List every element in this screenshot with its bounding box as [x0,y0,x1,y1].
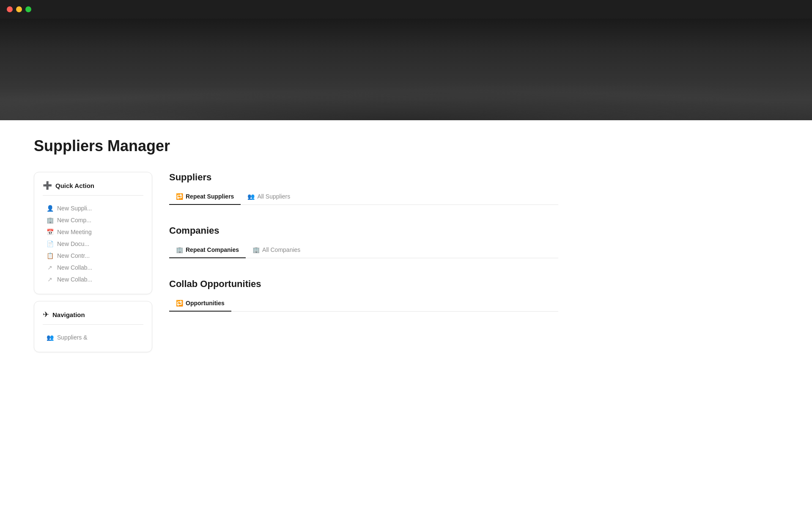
sidebar-item-label: Suppliers & [57,334,88,341]
sidebar-item-label: New Comp... [57,217,91,224]
tab-label: Opportunities [186,300,225,306]
sidebar-item-label: New Suppli... [57,205,92,212]
navigation-icon: ✈ [43,310,49,319]
tab-label: Repeat Suppliers [186,193,234,200]
building-icon-3: 🏢 [252,246,260,253]
suppliers-section: Suppliers 🔁 Repeat Suppliers 👥 All Suppl… [169,172,558,205]
minimize-button[interactable] [16,6,22,12]
tab-label: Repeat Companies [186,246,239,253]
navigation-header: ✈ Navigation [43,310,143,325]
navigation-card: ✈ Navigation 👥 Suppliers & [34,301,152,352]
sidebar-item-label: New Meeting [57,229,92,235]
sidebar: ➕ Quick Action 👤 New Suppli... 🏢 New Com… [34,172,152,352]
sidebar-item-new-document[interactable]: 📄 New Docu... [43,238,143,250]
quick-action-header: ➕ Quick Action [43,181,143,196]
collab-heading: Collab Opportunities [169,279,558,290]
contract-icon: 📋 [46,252,54,259]
share-icon: ↗ [46,264,54,271]
navigation-title: Navigation [52,311,85,318]
quick-action-card: ➕ Quick Action 👤 New Suppli... 🏢 New Com… [34,172,152,294]
content-grid: ➕ Quick Action 👤 New Suppli... 🏢 New Com… [34,172,558,352]
collab-section: Collab Opportunities 🔁 Opportunities [169,279,558,312]
main-section: Suppliers 🔁 Repeat Suppliers 👥 All Suppl… [169,172,558,312]
navigation-items: 👥 Suppliers & [43,331,143,343]
companies-section: Companies 🏢 Repeat Companies 🏢 All Compa… [169,225,558,258]
hero-banner [0,19,812,120]
tab-opportunities[interactable]: 🔁 Opportunities [169,296,231,312]
tab-all-companies[interactable]: 🏢 All Companies [246,243,307,258]
person-icon: 👤 [46,205,54,212]
sidebar-item-new-company[interactable]: 🏢 New Comp... [43,214,143,226]
maximize-button[interactable] [25,6,31,12]
share-icon-2: ↗ [46,276,54,283]
companies-heading: Companies [169,225,558,236]
group-icon-2: 👥 [247,193,255,200]
companies-tabs: 🏢 Repeat Companies 🏢 All Companies [169,243,558,258]
collab-tabs: 🔁 Opportunities [169,296,558,312]
sidebar-item-new-meeting[interactable]: 📅 New Meeting [43,226,143,238]
sidebar-item-label: New Collab... [57,264,92,271]
tab-all-suppliers[interactable]: 👥 All Suppliers [241,190,297,205]
repeat-icon-2: 🔁 [176,300,183,306]
plus-icon: ➕ [43,181,52,190]
repeat-icon: 🔁 [176,193,183,200]
tab-repeat-suppliers[interactable]: 🔁 Repeat Suppliers [169,190,241,205]
calendar-icon: 📅 [46,229,54,235]
quick-action-items: 👤 New Suppli... 🏢 New Comp... 📅 New Meet… [43,202,143,285]
sidebar-item-label: New Docu... [57,240,89,247]
suppliers-tabs: 🔁 Repeat Suppliers 👥 All Suppliers [169,190,558,205]
sidebar-item-new-supplier[interactable]: 👤 New Suppli... [43,202,143,214]
building-icon: 🏢 [46,217,54,224]
sidebar-item-suppliers-link[interactable]: 👥 Suppliers & [43,331,143,343]
building-icon-2: 🏢 [176,246,183,253]
suppliers-heading: Suppliers [169,172,558,183]
group-icon: 👥 [46,334,54,341]
tab-repeat-companies[interactable]: 🏢 Repeat Companies [169,243,246,258]
sidebar-item-new-collab1[interactable]: ↗ New Collab... [43,262,143,273]
quick-action-title: Quick Action [55,182,94,189]
sidebar-item-new-collab2[interactable]: ↗ New Collab... [43,273,143,285]
sidebar-item-label: New Contr... [57,252,90,259]
page-title: Suppliers Manager [34,137,558,155]
tab-label: All Suppliers [257,193,290,200]
titlebar [0,0,812,19]
document-icon: 📄 [46,240,54,247]
close-button[interactable] [7,6,13,12]
sidebar-item-label: New Collab... [57,276,92,283]
main-content: Suppliers Manager ➕ Quick Action 👤 New S… [0,120,592,369]
tab-label: All Companies [262,246,300,253]
sidebar-item-new-contract[interactable]: 📋 New Contr... [43,250,143,262]
